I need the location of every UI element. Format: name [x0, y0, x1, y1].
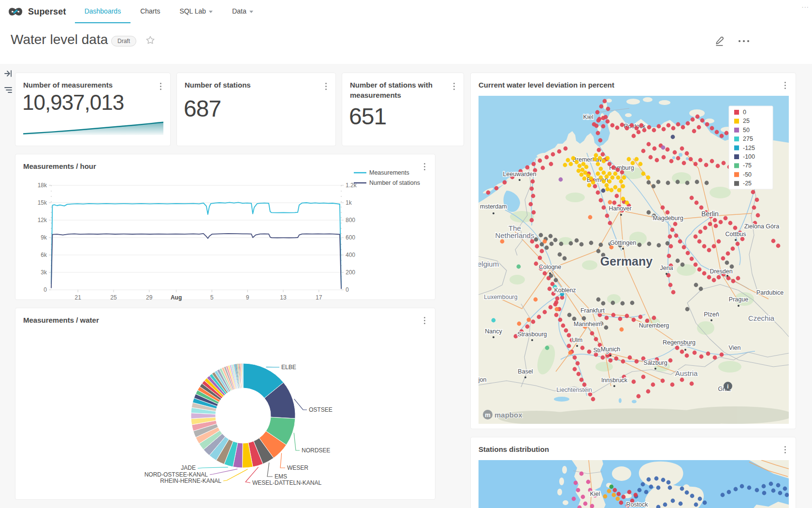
kebab-menu-icon[interactable]	[323, 81, 329, 92]
legend-label: -25	[743, 180, 752, 187]
map-label-zielona-góra: Zielona Góra	[744, 223, 779, 230]
donut-label: RHEIN-HERNE-KANAL	[160, 478, 221, 484]
card-stations-with-measurements: Number of stations with measurements 651	[342, 73, 464, 146]
donut-slice[interactable]	[242, 363, 243, 388]
legend-item[interactable]: Measurements	[354, 169, 409, 176]
favorite-star-icon[interactable]	[145, 35, 156, 45]
legend-swatch	[734, 128, 739, 133]
card-number-of-measurements: Number of measurements 10,937,013	[15, 73, 171, 146]
more-options-icon[interactable]	[738, 39, 750, 44]
kebab-menu-icon[interactable]	[158, 81, 163, 92]
legend-swatch	[734, 146, 739, 150]
dashboard-header: Water level data Draft	[0, 23, 812, 64]
map-label-luxembourg: Luxembourg	[484, 294, 518, 300]
donut-chart[interactable]: ELBEOSTSEENORDSEEWESEREMSWESEL-DATTELN-K…	[15, 308, 436, 500]
legend-swatch	[734, 110, 739, 115]
filter-icon[interactable]	[2, 84, 14, 96]
edit-pencil-icon[interactable]	[713, 35, 725, 47]
nav-overflow-icon[interactable]: ...	[801, 1, 809, 9]
nav-item-data[interactable]: Data	[222, 0, 263, 23]
legend-label: 275	[743, 135, 753, 142]
svg-text:18k: 18k	[38, 182, 47, 189]
map-label-rostock: Rostock	[626, 501, 648, 508]
card-measurements-per-water: Measurements / water ELBEOSTSEENORDSEEWE…	[15, 308, 435, 500]
svg-text:200: 200	[346, 269, 355, 276]
map-label-koblenz: Koblenz	[554, 287, 576, 294]
donut-label: NORDSEE	[302, 447, 330, 454]
top-navbar: Superset DashboardsChartsSQL LabData ...	[0, 0, 812, 24]
map-label-msterdam: msterdam	[480, 203, 507, 210]
legend-swatch	[734, 172, 739, 177]
legend-label: -50	[743, 171, 752, 178]
map-label-leeuwarden: Leeuwarden	[503, 171, 536, 178]
kebab-menu-icon[interactable]	[783, 444, 788, 455]
svg-text:29: 29	[146, 294, 153, 301]
kebab-menu-icon[interactable]	[783, 80, 788, 91]
map-label-plzeň: Plzeň	[704, 311, 719, 318]
map-label-ulm: Ulm	[572, 337, 582, 344]
map-label-kiel: Kiel	[590, 491, 600, 497]
svg-text:17: 17	[316, 294, 322, 301]
map-label-nuremberg: Nuremberg	[639, 322, 669, 329]
map-label-pardubice: Pardubice	[756, 289, 783, 296]
stations-scatter-map[interactable]: KielRostock	[478, 460, 789, 508]
legend-swatch	[734, 154, 739, 159]
svg-text:m: m	[485, 411, 491, 418]
donut-label: JADE	[181, 464, 196, 471]
map-label-jena: Jena	[660, 265, 673, 271]
nav-item-sql-lab[interactable]: SQL Lab	[170, 0, 222, 23]
donut-label: WESEL-DATTELN-KANAL	[252, 479, 321, 486]
donut-label: NORD-OSTSEE-KANAL	[145, 471, 208, 478]
nav-item-charts[interactable]: Charts	[130, 0, 170, 23]
legend-label: -75	[743, 162, 752, 169]
map-label-regensburg: Regensburg	[663, 339, 696, 346]
big-number-value: 687	[184, 95, 221, 122]
svg-text:3k: 3k	[41, 269, 47, 276]
card-title: Number of stations with measurements	[350, 80, 444, 100]
superset-logo-icon	[7, 4, 24, 19]
map-label-basel: Basel	[518, 368, 533, 375]
legend-label: -100	[743, 153, 755, 160]
legend-item[interactable]: Number of stations	[354, 179, 420, 186]
map-label-strasbourg: Strasbourg	[517, 331, 547, 338]
map-label-liechtenstein: Liechtenstein	[556, 387, 592, 393]
svg-text:9: 9	[246, 294, 249, 301]
map-label-czechia: Czechia	[748, 314, 775, 322]
map-legend: 02550275-125-100-75-50-25	[729, 106, 773, 189]
expand-filter-bar-icon[interactable]	[2, 68, 14, 79]
svg-text:15k: 15k	[38, 199, 47, 206]
map-label-munich: Munich	[601, 346, 620, 353]
map-label-göttingen: Göttingen	[610, 239, 636, 246]
map-label-cologne: Cologne	[539, 264, 562, 270]
map-label-austria: Austria	[675, 369, 698, 377]
svg-text:12k: 12k	[38, 217, 47, 224]
svg-text:400: 400	[346, 252, 355, 258]
superset-dashboard-page: { "nav":{"brand":"Superset","overflow":"…	[0, 0, 812, 508]
map-label-mannheim: Mannheim	[574, 321, 602, 328]
nav-menu: DashboardsChartsSQL LabData	[75, 0, 263, 23]
kebab-menu-icon[interactable]	[451, 81, 457, 92]
nav-item-dashboards[interactable]: Dashboards	[75, 0, 131, 23]
chart-title: Current water level deviation in percent	[478, 80, 614, 90]
donut-label: WESER	[287, 464, 308, 471]
map-label-innsbruck: Innsbruck	[601, 377, 628, 384]
deviation-scatter-map[interactable]: KielRostockBremerhavenHamburgBremen Leeu…	[478, 96, 789, 424]
mapbox-wordmark[interactable]: mapbox	[494, 411, 522, 419]
draft-status-badge: Draft	[111, 36, 136, 46]
chevron-down-icon	[209, 11, 213, 13]
map-label-germany: Germany	[600, 254, 652, 268]
map-label-prague: Prague	[729, 296, 748, 303]
card-number-of-stations: Number of stations 687	[176, 73, 336, 146]
line-chart[interactable]: 003k2006k4009k60012k80015k1k18k1.2k21252…	[15, 166, 436, 304]
legend-label: 25	[743, 118, 750, 124]
svg-text:9k: 9k	[41, 234, 47, 241]
svg-text:0: 0	[346, 286, 349, 293]
map-label-netherlands: Netherlands	[495, 231, 535, 239]
map-label-hanover: Hanover	[609, 205, 631, 212]
card-water-level-deviation-map: Current water level deviation in percent	[470, 73, 796, 429]
svg-text:21: 21	[75, 294, 82, 301]
svg-text:Aug: Aug	[171, 294, 182, 301]
superset-brand[interactable]: Superset	[0, 0, 75, 23]
svg-text:25: 25	[110, 294, 117, 301]
map-label-dijon: Dijon	[478, 376, 487, 383]
